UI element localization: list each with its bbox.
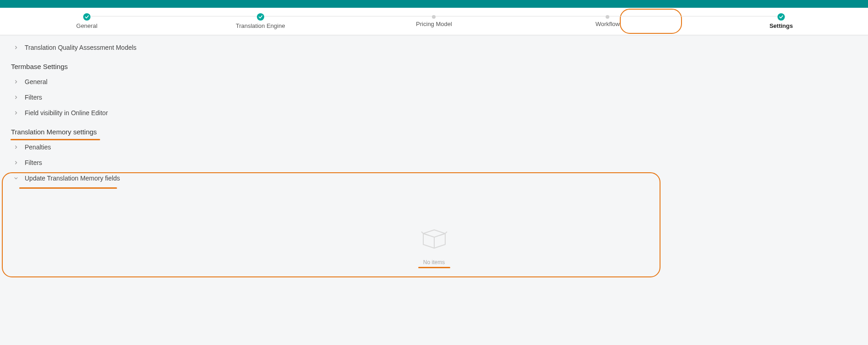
- tree-item-update-tm-fields[interactable]: Update Translation Memory fields: [0, 170, 868, 186]
- chevron-right-icon: [14, 145, 18, 149]
- empty-box-icon: [420, 227, 449, 250]
- empty-state: No items: [0, 186, 868, 279]
- annotation-underline: [418, 267, 450, 268]
- step-workflow[interactable]: Workflow: [521, 15, 694, 27]
- annotation-underline: [19, 187, 117, 189]
- tree-item-label: Update Translation Memory fields: [25, 175, 120, 182]
- section-heading-label: Translation Memory settings: [11, 128, 97, 136]
- tree-item-general[interactable]: General: [0, 74, 868, 90]
- tree-item-penalties[interactable]: Penalties: [0, 139, 868, 155]
- chevron-right-icon: [14, 45, 18, 50]
- annotation-underline: [11, 139, 100, 140]
- top-app-bar: [0, 0, 868, 8]
- step-pricing-model[interactable]: Pricing Model: [347, 15, 521, 27]
- tree-item-label: Translation Quality Assessment Models: [25, 44, 137, 51]
- tree-item-label: General: [25, 78, 48, 85]
- check-icon: [777, 13, 785, 21]
- chevron-right-icon: [14, 80, 18, 84]
- chevron-right-icon: [14, 160, 18, 165]
- section-heading-tm: Translation Memory settings: [0, 121, 868, 139]
- tree-item-label: Penalties: [25, 143, 51, 151]
- chevron-right-icon: [14, 95, 18, 100]
- tree-item-label: Filters: [25, 94, 42, 101]
- check-icon: [257, 13, 264, 21]
- section-heading-termbase: Termbase Settings: [0, 55, 868, 74]
- step-label: Translation Engine: [236, 22, 285, 29]
- chevron-right-icon: [14, 111, 18, 115]
- dot-icon: [432, 15, 436, 19]
- tree-item-filters-tb[interactable]: Filters: [0, 90, 868, 105]
- chevron-down-icon: [14, 176, 18, 180]
- step-label: Workflow: [596, 21, 620, 27]
- tree-item-tqa-models[interactable]: Translation Quality Assessment Models: [0, 40, 868, 55]
- section-heading-label: Termbase Settings: [11, 63, 68, 70]
- empty-state-message: No items: [423, 259, 445, 265]
- empty-state-text: No items: [423, 259, 445, 265]
- check-icon: [83, 13, 91, 21]
- dot-icon: [606, 15, 609, 19]
- tree-item-filters-tm[interactable]: Filters: [0, 155, 868, 170]
- settings-content: Translation Quality Assessment Models Te…: [0, 35, 868, 297]
- step-label: Pricing Model: [416, 21, 452, 27]
- step-label: General: [76, 22, 97, 29]
- tree-item-label: Field visibility in Online Editor: [25, 109, 108, 117]
- tree-item-field-visibility[interactable]: Field visibility in Online Editor: [0, 105, 868, 121]
- step-label: Settings: [769, 22, 793, 29]
- tree-item-label: Filters: [25, 159, 42, 166]
- wizard-stepper: General Translation Engine Pricing Model…: [0, 8, 868, 35]
